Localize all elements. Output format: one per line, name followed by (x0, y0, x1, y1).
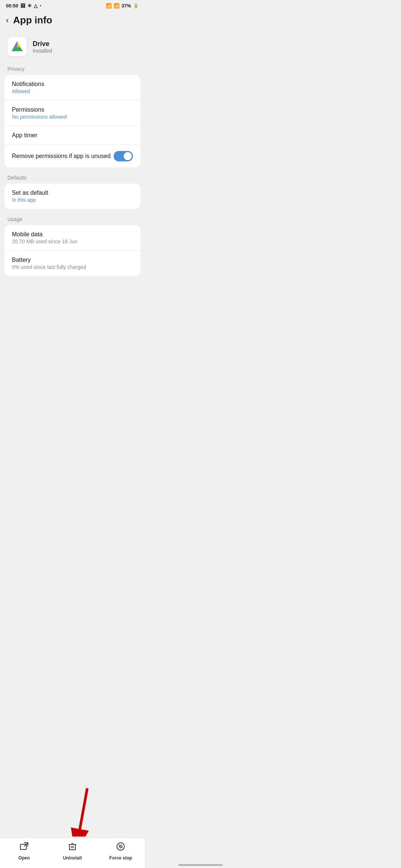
app-timer-title: App timer (12, 132, 37, 139)
status-right-area: 📶 📶 37% 🔋 (106, 3, 139, 9)
set-default-title: Set as default (12, 190, 48, 196)
permissions-title: Permissions (12, 106, 67, 113)
battery-subtitle: 0% used since last fully charged (12, 264, 86, 270)
content-area: Privacy Notifications Allowed Permission… (0, 62, 145, 317)
svg-marker-3 (12, 47, 23, 52)
usage-card: Mobile data 20.70 MB used since 18 Jun B… (4, 225, 140, 276)
remove-permissions-text: Remove permissions if app is unused (12, 153, 111, 160)
signal-icon: 📶 (114, 3, 120, 9)
notifications-text: Notifications Allowed (12, 81, 44, 94)
remove-permissions-title: Remove permissions if app is unused (12, 153, 111, 160)
app-install-status: Installed (33, 48, 52, 54)
app-icon (7, 37, 27, 56)
status-bar: 00:50 🖼 ✳ △ • 📶 📶 37% 🔋 (0, 0, 145, 10)
app-info-text: Drive Installed (33, 40, 52, 54)
app-header: Drive Installed (0, 32, 145, 62)
remove-permissions-item[interactable]: Remove permissions if app is unused (4, 145, 140, 167)
app-timer-text: App timer (12, 132, 37, 139)
battery-title: Battery (12, 257, 86, 263)
status-dot: • (40, 4, 41, 8)
mobile-data-title: Mobile data (12, 231, 78, 238)
mobile-data-subtitle: 20.70 MB used since 18 Jun (12, 239, 78, 244)
defaults-section-label: Defaults (0, 171, 145, 183)
permissions-item[interactable]: Permissions No permissions allowed (4, 101, 140, 126)
status-time-area: 00:50 🖼 ✳ △ • (6, 3, 41, 9)
battery-text: Battery 0% used since last fully charged (12, 257, 86, 270)
permissions-text: Permissions No permissions allowed (12, 106, 67, 120)
notifications-subtitle: Allowed (12, 88, 44, 94)
status-icon-photo: 🖼 (20, 3, 25, 9)
defaults-card: Set as default In this app (4, 184, 140, 209)
usage-section-label: Usage (0, 213, 145, 224)
set-default-text: Set as default In this app (12, 190, 48, 203)
set-default-subtitle: In this app (12, 197, 48, 203)
page-title: App info (13, 14, 52, 26)
notifications-item[interactable]: Notifications Allowed (4, 75, 140, 101)
remove-permissions-toggle[interactable] (114, 151, 133, 161)
battery-item[interactable]: Battery 0% used since last fully charged (4, 251, 140, 276)
permissions-subtitle: No permissions allowed (12, 114, 67, 120)
status-time: 00:50 (6, 3, 18, 9)
battery-icon: 🔋 (133, 3, 139, 9)
battery-percent: 37% (121, 3, 131, 9)
wifi-icon: 📶 (106, 3, 112, 9)
drive-logo (10, 40, 24, 53)
top-bar: ‹ App info (0, 10, 145, 32)
set-default-item[interactable]: Set as default In this app (4, 184, 140, 209)
status-icon-nfc: ✳ (27, 3, 32, 9)
mobile-data-item[interactable]: Mobile data 20.70 MB used since 18 Jun (4, 225, 140, 251)
back-button[interactable]: ‹ (6, 16, 9, 25)
privacy-section-label: Privacy (0, 62, 145, 74)
app-timer-item[interactable]: App timer (4, 126, 140, 145)
notifications-title: Notifications (12, 81, 44, 88)
app-name: Drive (33, 40, 52, 48)
privacy-card: Notifications Allowed Permissions No per… (4, 75, 140, 167)
status-icon-alert: △ (34, 3, 38, 9)
mobile-data-text: Mobile data 20.70 MB used since 18 Jun (12, 231, 78, 244)
